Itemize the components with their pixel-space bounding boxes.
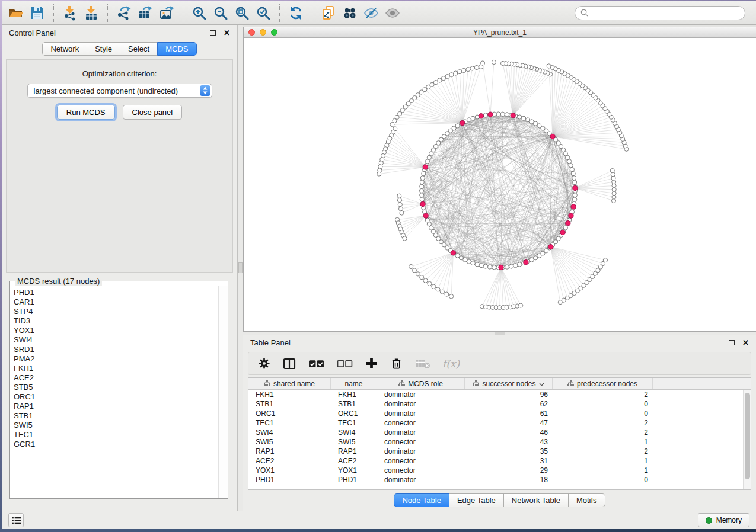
mcds-result-item[interactable]: TEC1 <box>14 430 228 440</box>
float-panel-button[interactable] <box>210 30 216 36</box>
close-panel-button[interactable]: ✕ <box>216 29 230 37</box>
scrollbar-thumb[interactable] <box>745 393 750 479</box>
table-row[interactable]: YOX1YOX1connector291 <box>248 466 751 475</box>
table-row[interactable]: ORC1ORC1dominator610 <box>248 409 751 418</box>
vertical-splitter[interactable] <box>238 25 243 511</box>
network-graph[interactable] <box>244 38 756 331</box>
mcds-result-item[interactable]: STB1 <box>14 411 228 421</box>
show-hide-button[interactable] <box>382 3 403 23</box>
cell-successor_nodes: 31 <box>465 456 553 466</box>
zoom-fit-button[interactable] <box>231 3 253 23</box>
add-column-button[interactable] <box>365 357 378 370</box>
export-image-button[interactable] <box>156 3 177 23</box>
mcds-result-item[interactable]: ORC1 <box>14 392 228 402</box>
mcds-result-list[interactable]: PHD1CAR1STP4TID3YOX1SWI4SRD1PMA2FKH1ACE2… <box>10 286 228 498</box>
optimization-criterion-select[interactable]: largest connected component (undirected) <box>27 84 212 98</box>
save-session-button[interactable] <box>27 3 48 23</box>
table-row[interactable]: PHD1PHD1dominator180 <box>248 475 751 485</box>
splitter-grip[interactable] <box>495 332 505 335</box>
table-row[interactable]: FKH1FKH1dominator962 <box>248 390 751 399</box>
column-label: name <box>344 380 362 388</box>
export-table-icon <box>138 5 153 21</box>
memory-button[interactable]: Memory <box>698 513 749 527</box>
import-network-button[interactable] <box>59 3 81 23</box>
list-scrollbar[interactable] <box>218 286 228 498</box>
mcds-result-item[interactable]: CAR1 <box>14 297 228 307</box>
toggle-graphics-details-button[interactable] <box>361 3 382 23</box>
cell-name: ACE2 <box>331 456 377 466</box>
zoom-out-button[interactable] <box>210 3 231 23</box>
window-minimize-button[interactable] <box>260 29 266 36</box>
mcds-result-item[interactable]: RAP1 <box>14 402 228 411</box>
mcds-result-item[interactable]: GCR1 <box>14 440 228 449</box>
unselect-all-button[interactable] <box>337 359 353 368</box>
network-window-titlebar[interactable]: YPA_prune.txt_1 <box>244 27 756 38</box>
close-panel-action-button[interactable]: Close panel <box>123 105 183 120</box>
cell-predecessor_nodes: 2 <box>553 390 653 399</box>
table-row[interactable]: SWI4SWI4dominator462 <box>248 428 751 437</box>
open-file-button[interactable] <box>5 3 27 23</box>
mcds-result-item[interactable]: ACE2 <box>14 373 228 383</box>
column-header-shared_name[interactable]: shared name <box>248 378 331 389</box>
search-input[interactable] <box>591 9 740 17</box>
cell-successor_nodes: 62 <box>465 399 553 409</box>
tab-motifs[interactable]: Motifs <box>568 493 605 507</box>
cell-mcds_role: dominator <box>377 475 465 485</box>
column-header-predecessor_nodes[interactable]: predecessor nodes <box>553 378 653 389</box>
table-row[interactable]: TEC1TEC1connector472 <box>248 418 751 428</box>
main-toolbar <box>2 1 756 25</box>
window-close-button[interactable] <box>248 29 255 36</box>
save-icon <box>30 5 45 21</box>
tab-network[interactable]: Network <box>42 42 87 56</box>
zoom-selected-button[interactable] <box>253 3 274 23</box>
mcds-result-item[interactable]: PHD1 <box>14 288 228 297</box>
column-header-name[interactable]: name <box>331 378 377 389</box>
mcds-result-item[interactable]: STP4 <box>14 307 228 316</box>
mcds-result-item[interactable]: SWI5 <box>14 421 228 430</box>
import-table-button[interactable] <box>81 3 102 23</box>
column-header-mcds_role[interactable]: MCDS role <box>377 378 465 389</box>
select-all-button[interactable] <box>308 359 324 368</box>
search-binoculars-button[interactable] <box>339 3 361 23</box>
tab-node-table[interactable]: Node Table <box>394 493 449 507</box>
close-panel-button[interactable]: ✕ <box>735 339 749 347</box>
mcds-result-item[interactable]: TID3 <box>14 316 228 326</box>
table-scrollbar[interactable] <box>743 390 751 489</box>
mcds-result-item[interactable]: YOX1 <box>14 326 228 335</box>
tab-select[interactable]: Select <box>120 42 158 56</box>
tab-network-table[interactable]: Network Table <box>503 493 569 507</box>
splitter-grip[interactable] <box>238 262 243 273</box>
tab-style[interactable]: Style <box>87 42 120 56</box>
mcds-result-item[interactable]: STB5 <box>14 383 228 392</box>
zoom-in-button[interactable] <box>189 3 210 23</box>
search-box <box>575 6 745 20</box>
export-table-button[interactable] <box>135 3 156 23</box>
cell-name: FKH1 <box>331 390 377 399</box>
delete-button[interactable] <box>390 357 403 370</box>
mcds-result-item[interactable]: SWI4 <box>14 335 228 345</box>
eye-slash-icon <box>363 5 379 21</box>
table-settings-button[interactable] <box>258 357 270 370</box>
mcds-result-item[interactable]: PMA2 <box>14 354 228 364</box>
run-mcds-button[interactable]: Run MCDS <box>57 105 115 120</box>
mcds-result-item[interactable]: SRD1 <box>14 345 228 354</box>
table-row[interactable]: ACE2ACE2connector311 <box>248 456 751 466</box>
tab-edge-table[interactable]: Edge Table <box>449 493 504 507</box>
export-network-button[interactable] <box>113 3 135 23</box>
optimization-criterion-value: largest connected component (undirected) <box>34 86 178 95</box>
table-row[interactable]: STB1STB1dominator620 <box>248 399 751 409</box>
mcds-result-item[interactable]: FKH1 <box>14 364 228 373</box>
column-header-successor_nodes[interactable]: successor nodes <box>465 378 553 389</box>
table-row[interactable]: SWI5SWI5connector431 <box>248 437 751 447</box>
window-zoom-button[interactable] <box>271 29 277 36</box>
table-row[interactable]: RAP1RAP1dominator352 <box>248 447 751 456</box>
network-view[interactable] <box>244 38 756 331</box>
float-panel-button[interactable] <box>729 340 735 345</box>
cell-mcds_role: connector <box>377 437 465 447</box>
show-panels-button[interactable] <box>8 513 24 527</box>
show-columns-button[interactable] <box>283 357 296 370</box>
horizontal-splitter[interactable] <box>243 332 756 335</box>
duplicate-network-button[interactable] <box>318 3 339 23</box>
refresh-button[interactable] <box>285 3 307 23</box>
tab-mcds[interactable]: MCDS <box>157 42 196 56</box>
